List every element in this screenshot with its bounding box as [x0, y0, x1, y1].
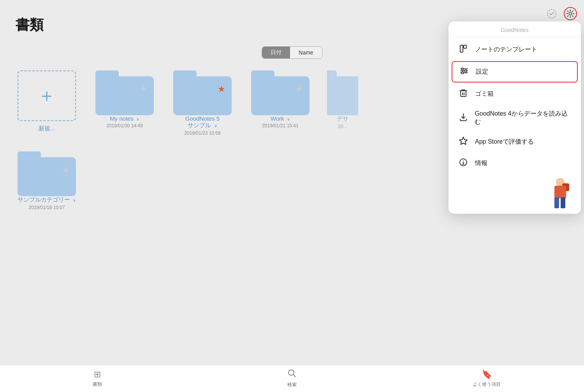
- chevron-icon: ∨: [213, 123, 217, 128]
- menu-item-import[interactable]: GoodNotes 4からデータを読み込む: [449, 105, 581, 131]
- folder-date-sample: 2019/01/18 10:07: [28, 205, 65, 210]
- svg-rect-12: [461, 91, 466, 97]
- menu-item-trash[interactable]: ゴミ箱: [449, 83, 581, 105]
- sort-date-button[interactable]: 日付: [262, 47, 290, 58]
- menu-item-appstore[interactable]: App Storeで評価する: [449, 131, 581, 153]
- tab-search-label: 検索: [287, 381, 297, 388]
- folder-name-sample: サンプルカテゴリー ∨: [18, 196, 76, 204]
- bookmark-icon: 🔖: [482, 369, 492, 380]
- svg-point-11: [462, 72, 464, 74]
- new-folder-label: 新規...: [39, 125, 55, 132]
- character: [551, 178, 570, 209]
- star-icon: ★: [358, 84, 358, 94]
- menu-label-info: 情報: [475, 159, 487, 167]
- sort-segment: 日付 Name: [262, 46, 322, 59]
- new-folder-item[interactable]: + 新規...: [16, 70, 78, 136]
- tab-bar: ⊞ 書類 検索 🔖 よく使う項目: [0, 365, 584, 392]
- info-icon: [458, 158, 469, 169]
- svg-point-18: [463, 160, 464, 161]
- folder-shape-work: ★: [251, 70, 310, 115]
- star-icon: ★: [296, 84, 303, 94]
- library-icon: ⊞: [94, 369, 101, 380]
- menu-label-import: GoodNotes 4からデータを読み込む: [475, 110, 572, 126]
- folder-shape-goodnotes5: ★: [173, 70, 232, 115]
- menu-label-trash: ゴミ箱: [475, 90, 494, 98]
- folder-name-desa: デサ: [337, 115, 348, 123]
- menu-label-templates: ノートのテンプレート: [475, 46, 537, 54]
- folder-item-work[interactable]: ★ Work ∨ 2019/01/21 15:41: [249, 70, 311, 136]
- folder-body: ★: [95, 76, 154, 115]
- chevron-icon: ∨: [72, 198, 76, 202]
- tab-library-label: 書類: [93, 381, 102, 388]
- char-leg-left: [554, 197, 559, 208]
- folder-date-work: 2019/01/21 15:41: [262, 123, 298, 128]
- svg-point-9: [462, 68, 464, 70]
- top-right-icons: [545, 7, 577, 20]
- folder-item-goodnotes5[interactable]: ★ GoodNotes 5サンプル ∨ 2019/01/23 10:59: [171, 70, 234, 136]
- folder-item-desa[interactable]: ★ デサ 20...: [327, 70, 358, 136]
- char-leg-right: [561, 197, 565, 208]
- folder-date-my-notes: 2019/01/30 14:49: [106, 123, 142, 128]
- char-body: [554, 186, 566, 198]
- chevron-icon: ∨: [135, 117, 139, 121]
- folder-body: ★: [327, 76, 358, 115]
- chevron-icon: ∨: [286, 117, 290, 121]
- sort-name-button[interactable]: Name: [290, 47, 322, 58]
- search-icon: [288, 369, 296, 380]
- folder-body: ★: [251, 76, 310, 115]
- star-icon-active: ★: [218, 84, 225, 94]
- folder-name-work: Work ∨: [271, 115, 290, 122]
- svg-rect-4: [460, 45, 463, 52]
- folder-date-desa: 20...: [338, 124, 347, 129]
- menu-header: GoodNotes: [449, 21, 581, 37]
- menu-item-info[interactable]: 情報: [449, 153, 581, 174]
- trash-icon: [458, 88, 469, 100]
- svg-point-3: [569, 12, 572, 15]
- dropdown-menu: GoodNotes ノートのテンプレート: [449, 21, 581, 214]
- folder-shape-my-notes: ★: [95, 70, 154, 115]
- menu-label-settings: 設定: [476, 68, 488, 76]
- settings-icon: [459, 66, 470, 77]
- folder-name-my-notes: My notes ∨: [110, 115, 139, 122]
- star-icon: ★: [62, 165, 70, 175]
- char-legs: [554, 197, 565, 208]
- star-appstore-icon: [458, 136, 469, 148]
- folder-body: ★: [173, 76, 232, 115]
- main-area: 書類 日付 Name + 新規... ★ My notes ∨ 2019/01/…: [0, 0, 584, 392]
- tab-search[interactable]: 検索: [276, 369, 308, 388]
- gear-icon-button[interactable]: [564, 7, 577, 20]
- folder-name-goodnotes5: GoodNotes 5サンプル ∨: [185, 115, 220, 129]
- tab-favorites[interactable]: 🔖 よく使う項目: [471, 369, 502, 388]
- svg-marker-15: [459, 137, 467, 144]
- character-illustration: [449, 174, 581, 209]
- svg-rect-5: [464, 45, 466, 48]
- menu-label-appstore: App Storeで評価する: [475, 138, 534, 146]
- import-icon: [458, 113, 468, 124]
- tab-library[interactable]: ⊞ 書類: [82, 369, 113, 388]
- template-icon: [458, 44, 469, 55]
- tab-favorites-label: よく使う項目: [473, 381, 501, 388]
- new-folder-box[interactable]: +: [18, 70, 76, 121]
- folder-date-goodnotes5: 2019/01/23 10:59: [184, 130, 220, 136]
- folder-body: ★: [18, 157, 76, 196]
- menu-item-settings[interactable]: 設定: [452, 61, 578, 83]
- folder-item-my-notes[interactable]: ★ My notes ∨ 2019/01/30 14:49: [93, 70, 156, 136]
- folder-item-sample-category[interactable]: ★ サンプルカテゴリー ∨ 2019/01/18 10:07: [16, 151, 78, 210]
- menu-item-templates[interactable]: ノートのテンプレート: [449, 39, 581, 60]
- svg-point-10: [465, 70, 467, 72]
- star-icon: ★: [140, 84, 148, 94]
- folder-shape-sample: ★: [18, 151, 76, 196]
- svg-line-1: [293, 374, 296, 377]
- folder-shape-desa: ★: [327, 70, 358, 115]
- check-icon-button[interactable]: [545, 7, 558, 20]
